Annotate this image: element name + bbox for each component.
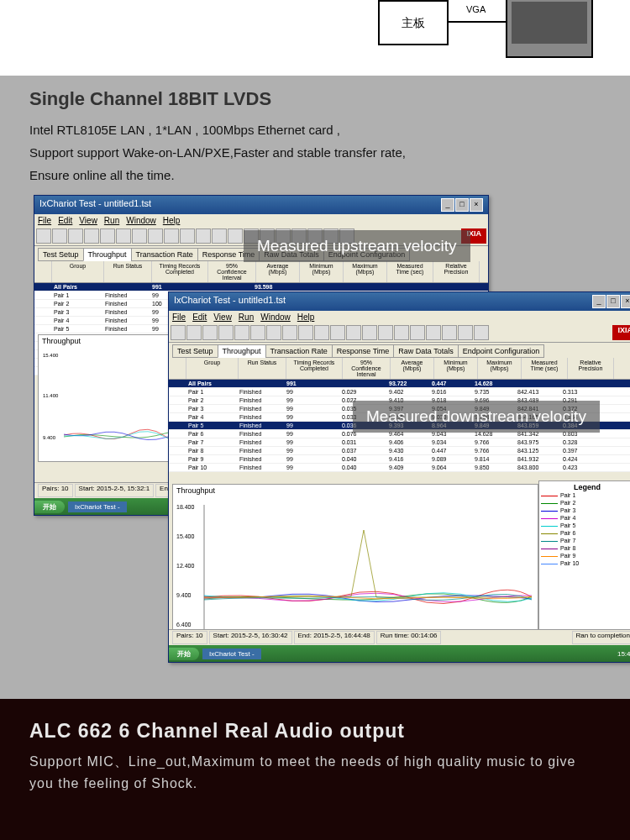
toolbar-button[interactable] — [250, 325, 265, 340]
tab-throughput[interactable]: Throughput — [218, 344, 266, 358]
column-header[interactable]: Relative Precision — [433, 261, 480, 282]
column-header[interactable]: Timing Records Completed — [286, 358, 343, 379]
menu-view[interactable]: View — [79, 216, 97, 225]
tab-test-setup[interactable]: Test Setup — [172, 344, 218, 358]
toolbar-button[interactable] — [458, 325, 473, 340]
toolbar-button[interactable] — [84, 228, 99, 244]
column-header[interactable] — [169, 358, 186, 379]
toolbar-button[interactable] — [196, 228, 211, 244]
close-button[interactable]: × — [621, 295, 630, 308]
toolbar-button[interactable] — [132, 228, 147, 244]
taskbar-item[interactable]: IxChariot Test - — [68, 501, 127, 512]
column-header[interactable]: Measured Time (sec) — [522, 358, 568, 379]
column-header[interactable]: Run Status — [104, 261, 152, 282]
column-header[interactable]: Average (Mbps) — [391, 358, 434, 379]
grid-row-allpairs[interactable]: All Pairs99193.598 — [34, 283, 488, 291]
tab-raw-data-totals[interactable]: Raw Data Totals — [393, 344, 458, 358]
tab-throughput[interactable]: Throughput — [83, 248, 132, 261]
menu-window[interactable]: Window — [260, 312, 291, 322]
toolbar-button[interactable] — [394, 325, 409, 340]
menu-run[interactable]: Run — [104, 216, 119, 225]
menu-run[interactable]: Run — [239, 312, 254, 322]
grid-row[interactable]: Pair 9Finished990.0409.4169.0899.814841.… — [169, 455, 630, 464]
column-header[interactable]: Group — [52, 261, 104, 282]
legend-item: Pair 9 — [541, 552, 630, 559]
column-header[interactable]: Minimum (Mbps) — [434, 358, 478, 379]
maximize-button[interactable]: □ — [455, 198, 469, 212]
window-title: IxChariot Test - untitled1.tst — [39, 198, 151, 212]
toolbar-button[interactable] — [330, 325, 345, 340]
column-header[interactable] — [34, 261, 52, 282]
column-header[interactable]: Average (Mbps) — [256, 261, 300, 282]
toolbar-button[interactable] — [68, 228, 83, 244]
toolbar-button[interactable] — [298, 325, 313, 340]
column-header[interactable]: Minimum (Mbps) — [300, 261, 344, 282]
toolbar-button[interactable] — [266, 325, 281, 340]
toolbar-button[interactable] — [116, 228, 131, 244]
toolbar-button[interactable] — [410, 325, 425, 340]
toolbar-button[interactable] — [474, 325, 489, 340]
toolbar-button[interactable] — [282, 325, 297, 340]
taskbar-item[interactable]: IxChariot Test - — [202, 648, 261, 659]
menu-window[interactable]: Window — [126, 216, 156, 225]
toolbar-button[interactable] — [180, 228, 195, 244]
column-header[interactable]: Group — [186, 358, 239, 379]
menu-help[interactable]: Help — [163, 216, 181, 225]
tab-transaction-rate[interactable]: Transaction Rate — [265, 344, 333, 358]
window-titlebar[interactable]: IxChariot Test - untitled1.tst _□× — [169, 292, 630, 311]
start-button[interactable]: 开始 — [34, 501, 65, 513]
tab-test-setup[interactable]: Test Setup — [38, 248, 84, 261]
toolbar: IXIA — [169, 323, 630, 343]
column-header[interactable]: Measured Time (sec) — [387, 261, 433, 282]
column-header[interactable]: Maximum (Mbps) — [344, 261, 387, 282]
toolbar-button[interactable] — [171, 325, 186, 340]
tab-endpoint-configuration[interactable]: Endpoint Configuration — [458, 344, 545, 358]
maximize-button[interactable]: □ — [606, 295, 620, 308]
menu-view[interactable]: View — [213, 312, 232, 322]
grid-row[interactable]: Pair 7Finished990.0319.4069.0349.766843.… — [169, 438, 630, 447]
close-button[interactable]: × — [470, 198, 483, 212]
tab-transaction-rate[interactable]: Transaction Rate — [131, 248, 198, 261]
toolbar-button[interactable] — [234, 325, 249, 340]
grid-row[interactable]: Pair 10Finished990.0409.4099.0649.850843… — [169, 464, 630, 472]
toolbar-button[interactable] — [202, 325, 218, 340]
grid-row[interactable]: Pair 1Finished990.0299.4029.0169.735842.… — [169, 388, 630, 396]
toolbar-button[interactable] — [100, 228, 115, 244]
section-description: Intel RTL8105E LAN , 1*LAN , 100Mbps Eth… — [29, 118, 601, 186]
menu-file[interactable]: File — [172, 312, 186, 322]
window-titlebar[interactable]: IxChariot Test - untitled1.tst _□× — [34, 196, 488, 214]
toolbar-button[interactable] — [212, 228, 227, 244]
column-header[interactable]: Run Status — [239, 358, 286, 379]
toolbar-button[interactable] — [426, 325, 441, 340]
menu-edit[interactable]: Edit — [192, 312, 207, 322]
toolbar-button[interactable] — [228, 228, 243, 244]
column-header[interactable]: 95% Confidence Interval — [343, 358, 391, 379]
ixchariot-window-downstream: IxChariot Test - untitled1.tst _□× FileE… — [168, 291, 630, 663]
toolbar-button[interactable] — [186, 325, 202, 340]
toolbar-button[interactable] — [362, 325, 377, 340]
toolbar-button[interactable] — [442, 325, 457, 340]
column-header[interactable]: 95% Confidence Interval — [208, 261, 256, 282]
column-header[interactable]: Maximum (Mbps) — [478, 358, 522, 379]
toolbar-button[interactable] — [36, 228, 51, 244]
menu-help[interactable]: Help — [297, 312, 315, 322]
toolbar-button[interactable] — [164, 228, 179, 244]
tab-response-time[interactable]: Response Time — [332, 344, 395, 358]
grid-row-allpairs[interactable]: All Pairs99193.7220.44714.628 — [169, 380, 630, 388]
toolbar-button[interactable] — [346, 325, 361, 340]
window-buttons: _□× — [440, 198, 483, 212]
menu-edit[interactable]: Edit — [58, 216, 72, 225]
menu-file[interactable]: File — [38, 216, 51, 225]
column-header[interactable]: Relative Precision — [568, 358, 614, 379]
column-header[interactable]: Timing Records Completed — [152, 261, 208, 282]
start-button[interactable]: 开始 — [169, 648, 199, 660]
toolbar-button[interactable] — [218, 325, 234, 340]
toolbar-button[interactable] — [148, 228, 163, 244]
toolbar-button[interactable] — [52, 228, 67, 244]
minimize-button[interactable]: _ — [441, 198, 454, 212]
toolbar-button[interactable] — [314, 325, 329, 340]
svg-text:18.400: 18.400 — [176, 504, 195, 510]
toolbar-button[interactable] — [378, 325, 393, 340]
minimize-button[interactable]: _ — [592, 295, 606, 308]
grid-row[interactable]: Pair 8Finished990.0379.4300.4479.766843.… — [169, 447, 630, 455]
